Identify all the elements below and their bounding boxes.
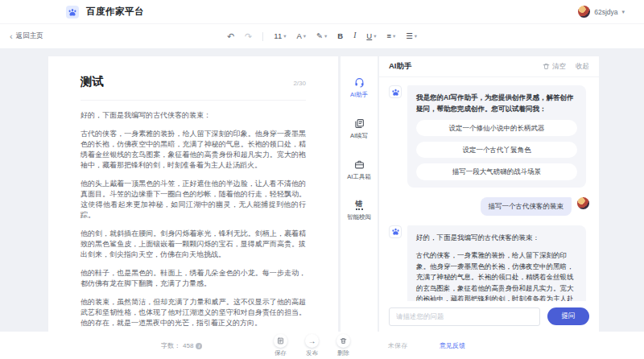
doc-paragraph: 他的装束，虽然简洁，但却充满了力量和威严。这不仅显示了他的高超武艺和坚韧性格，也…: [80, 297, 306, 328]
assistant-title: AI助手: [389, 61, 412, 72]
doc-paragraph: 他的剑，就斜插在腰间。剑身闪烁着寒光，锋利无比。剑柄上，裹着精致的黑色鲨鱼皮，上…: [80, 229, 306, 260]
doc-paragraph: 他的鞋子，也是黑色的。鞋面上，绣着几朵金色的小龙。每一步走动，都仿佛有龙在脚下翻…: [80, 268, 306, 289]
spellcheck-icon: 错: [356, 200, 363, 210]
ask-button[interactable]: 提问: [547, 307, 589, 325]
tab-smart-proofread[interactable]: 错 智能校阅: [347, 200, 371, 221]
user-avatar[interactable]: [578, 6, 590, 18]
user-name: 62sjdya: [594, 8, 617, 16]
doc-paragraph: 好的，下面是我编写的古代侠客的装束：: [80, 110, 306, 121]
toolbox-icon: [354, 159, 365, 170]
chevron-down-icon: ▾: [374, 34, 376, 39]
pages-icon: [354, 118, 365, 129]
undo-icon[interactable]: ↶: [227, 32, 234, 41]
underline-button[interactable]: U ▾: [366, 32, 376, 40]
chevron-down-icon: ▾: [621, 9, 625, 14]
list-button[interactable]: ☰ ▾: [406, 32, 417, 40]
suggestion-pill[interactable]: 设定一个古代丫鬟角色: [416, 142, 577, 158]
font-color-button[interactable]: A ▾: [296, 32, 306, 40]
back-home-label: 返回主页: [16, 31, 43, 41]
chevron-down-icon: ▾: [283, 34, 286, 39]
highlight-pen-icon: ✎: [316, 32, 323, 40]
doc-paragraph: 他的头上戴着一顶黑色的斗笠，正好遮住他的半边脸，让人看不清他的真面目。斗笠的边缘…: [80, 179, 306, 221]
collapse-label: 收起: [576, 62, 589, 72]
tab-label: 智能校阅: [347, 213, 371, 221]
font-size-select[interactable]: 11 ▾: [274, 32, 286, 40]
ai-tools-sidebar: AI助手 AI续写 AI工具箱 错 智能校阅: [341, 56, 378, 332]
bot-reply-bubble: 好的，下面是我编写的古代侠客的装束： 古代的侠客，一身素雅的装扮，给人留下深刻的…: [407, 225, 586, 301]
tab-label: AI工具箱: [347, 173, 371, 181]
doc-body-editor[interactable]: 好的，下面是我编写的古代侠客的装束： 古代的侠客，一身素雅的装扮，给人留下深刻的…: [80, 110, 306, 328]
chevron-down-icon: ▾: [324, 34, 327, 39]
user-message-row: 描写一个古代侠客的装束: [389, 197, 589, 216]
collapse-panel-button[interactable]: 收起: [576, 62, 589, 72]
question-input[interactable]: [389, 307, 540, 326]
feedback-link[interactable]: 意见反馈: [440, 341, 465, 350]
publish-button[interactable]: → 发布: [305, 334, 319, 357]
chevron-down-icon: ▾: [303, 34, 306, 39]
italic-button[interactable]: I: [353, 32, 356, 40]
suggestion-pill[interactable]: 设定一个修仙小说中的长柄武器: [416, 120, 577, 136]
reply-body: 古代的侠客，一身素雅的装扮，给人留下深刻的印象。他身穿一袭墨黑色的长袍，仿佛夜空…: [416, 250, 577, 301]
doc-paragraph: 古代的侠客，一身素雅的装扮，给人留下深刻的印象。他身穿一袭墨黑色的长袍，仿佛夜空…: [80, 129, 306, 171]
word-count-value: 458: [183, 342, 193, 349]
format-toolbar: ↶ ↷ 11 ▾ A ▾ ✎ ▾ B I U ▾ ≡ ▾ ☰ ▾: [227, 24, 417, 48]
chat-scroll-area[interactable]: 我是您的AI写作助手，为您提供创作灵感，解答创作疑问，帮助您完成创作。您可以试着…: [379, 77, 599, 301]
clear-label: 清空: [552, 62, 566, 72]
trash-icon: [543, 63, 550, 70]
bold-button[interactable]: B: [337, 32, 343, 40]
chevron-left-icon: ‹: [10, 32, 13, 41]
user-message-bubble: 描写一个古代侠客的装束: [481, 197, 572, 216]
word-count-label: 字数：: [161, 341, 180, 350]
tab-label: AI续写: [350, 132, 368, 140]
bot-message-row: 我是您的AI写作助手，为您提供创作灵感，解答创作疑问，帮助您完成创作。您可以试着…: [389, 85, 589, 188]
highlight-color-button[interactable]: ✎ ▾: [316, 32, 327, 40]
bot-avatar-paw-icon: [389, 225, 402, 238]
tab-ai-toolbox[interactable]: AI工具箱: [347, 159, 371, 181]
doc-title-input[interactable]: 测试: [80, 74, 104, 89]
footer-bar: 字数： 458 i 保存 → 发布 删除 未保存 意见反: [0, 332, 644, 359]
delete-button[interactable]: 删除: [336, 334, 350, 357]
list-icon: ☰: [406, 32, 413, 40]
back-home-link[interactable]: ‹ 返回主页: [10, 24, 43, 48]
welcome-text: 我是您的AI写作助手，为您提供创作灵感，解答创作疑问，帮助您完成创作。您可以试着…: [416, 93, 577, 114]
publish-arrow-icon: →: [308, 337, 316, 345]
ai-assistant-panel: AI助手 清空 收起: [379, 56, 599, 332]
user-avatar: [577, 197, 589, 209]
align-button[interactable]: ≡ ▾: [387, 32, 396, 40]
save-doc-icon: [277, 337, 284, 345]
save-status: 未保存: [388, 341, 407, 350]
title-divider: [80, 100, 306, 101]
chevron-down-icon: ▾: [415, 34, 417, 39]
tab-label: AI助手: [350, 91, 368, 99]
suggestion-pill[interactable]: 描写一段大气磅礴的战斗场景: [416, 163, 577, 180]
assistant-header: AI助手 清空 收起: [379, 56, 599, 77]
save-button[interactable]: 保存: [274, 334, 287, 357]
bot-welcome-bubble: 我是您的AI写作助手，为您提供创作灵感，解答创作疑问，帮助您完成创作。您可以试着…: [407, 85, 586, 188]
reply-intro: 好的，下面是我编写的古代侠客的装束：: [416, 233, 577, 244]
document-editor-card: 测试 2/30 好的，下面是我编写的古代侠客的装束： 古代的侠客，一身素雅的装扮…: [48, 56, 338, 332]
bot-message-row: 好的，下面是我编写的古代侠客的装束： 古代的侠客，一身素雅的装扮，给人留下深刻的…: [389, 225, 589, 301]
redo-icon[interactable]: ↷: [245, 32, 252, 41]
info-icon: i: [196, 343, 202, 349]
chevron-down-icon: ▾: [393, 34, 395, 39]
delete-label: 删除: [337, 349, 349, 357]
app-title: 百度作家平台: [86, 6, 144, 18]
doc-title-row: 测试 2/30: [80, 74, 306, 89]
publish-label: 发布: [306, 349, 318, 357]
question-input-row: 提问: [379, 301, 599, 332]
toolbar-row: ‹ 返回主页 ↶ ↷ 11 ▾ A ▾ ✎ ▾ B I U ▾ ≡ ▾ ☰ ▾: [0, 24, 644, 48]
baidu-paw-logo-icon: [66, 6, 79, 19]
clear-chat-button[interactable]: 清空: [543, 62, 566, 72]
tab-ai-continue[interactable]: AI续写: [350, 118, 368, 140]
app-header: 百度作家平台 62sjdya ▾: [0, 0, 644, 24]
word-count: 字数： 458 i: [161, 341, 202, 350]
title-char-counter: 2/30: [293, 80, 306, 87]
doc-action-buttons: 保存 → 发布 删除: [274, 334, 350, 357]
bot-avatar-paw-icon: [389, 85, 402, 98]
save-label: 保存: [275, 349, 287, 357]
tab-ai-assistant[interactable]: AI助手: [350, 77, 368, 99]
user-menu[interactable]: 62sjdya ▾: [578, 6, 625, 18]
trash-icon: [340, 337, 347, 345]
toolbar-divider: [262, 32, 263, 41]
headset-icon: [354, 77, 365, 88]
